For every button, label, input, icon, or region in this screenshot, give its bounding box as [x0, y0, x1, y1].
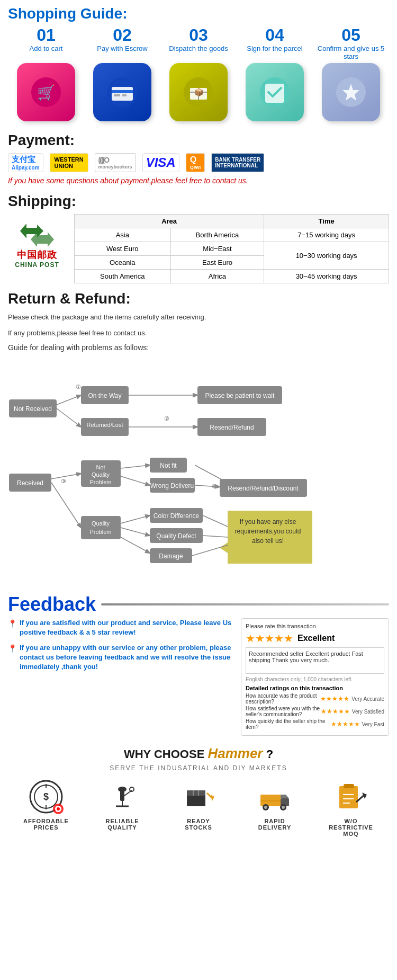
moq-label: W/ORESTRICTIVEMOQ: [329, 818, 373, 837]
step-1: 01 Add to cart: [12, 26, 80, 52]
flow-title: Guide for dealing with problems as follo…: [8, 343, 389, 352]
payment-note: If you have some questions about payment…: [8, 176, 389, 185]
svg-text:Quality: Quality: [92, 471, 110, 478]
feedback-positive-item: 📍 If you are satisfied with our product …: [8, 618, 234, 637]
svg-text:Returned/Lost: Returned/Lost: [86, 422, 123, 428]
svg-text:Problem: Problem: [90, 479, 112, 485]
svg-text:On the Way: On the Way: [88, 392, 122, 399]
svg-text:🛒: 🛒: [37, 84, 56, 101]
svg-point-94: [264, 806, 267, 809]
shipping-title: Shipping:: [8, 193, 389, 210]
svg-point-77: [57, 807, 60, 810]
svg-line-62: [195, 465, 230, 484]
svg-text:$: $: [43, 791, 48, 802]
feedback-left-col: 📍 If you are satisfied with our product …: [8, 618, 234, 736]
svg-text:Color Difference: Color Difference: [154, 512, 200, 520]
feedback-content: 📍 If you are satisfied with our product …: [8, 618, 389, 736]
pin-icon-negative: 📍: [8, 644, 17, 653]
svg-text:requirements,you could: requirements,you could: [235, 528, 301, 535]
svg-line-55: [57, 408, 81, 427]
rating-row-2: How satisfied were you with the seller's…: [246, 706, 384, 717]
svg-text:Wrong Deliveru: Wrong Deliveru: [150, 482, 194, 489]
bank-transfer-logo: BANK TRANSFER INTERNATIONAL: [211, 153, 264, 172]
alipay-logo: 支付宝 Alipay.com: [8, 153, 43, 172]
ready-icon: [180, 778, 217, 815]
china-post-text: 中国邮政 CHINA POST: [15, 248, 59, 269]
rate-prompt: Please rate this transaction.: [246, 623, 384, 629]
step-5-icon: [322, 63, 380, 121]
svg-rect-85: [187, 790, 205, 796]
svg-line-54: [57, 395, 81, 405]
svg-rect-98: [339, 786, 358, 808]
feedback-negative-item: 📍 If you are unhappy with our service or…: [8, 643, 234, 672]
refund-title: Return & Refund:: [8, 290, 389, 307]
step-4-icon: [246, 63, 304, 121]
feedback-title: Feedback: [8, 593, 389, 616]
svg-text:Please be patient to wait: Please be patient to wait: [205, 392, 275, 399]
affordable-icon: $: [28, 778, 65, 815]
svg-point-79: [118, 787, 127, 792]
svg-text:📦: 📦: [194, 88, 204, 97]
rapid-label: RAPIDDELIVERY: [258, 818, 292, 831]
step-5: 05 Confirm and give us 5 stars: [317, 26, 385, 60]
refund-text2: If any problems,please feel free to cont…: [8, 327, 389, 339]
svg-text:Damage: Damage: [159, 553, 183, 560]
step-1-icon: 🛒: [17, 63, 75, 121]
rapid-icon: [256, 778, 293, 815]
svg-line-60: [121, 465, 150, 468]
svg-text:Resend/Refund: Resend/Refund: [210, 424, 254, 431]
svg-line-65: [121, 528, 150, 536]
payment-section: Payment: 支付宝 Alipay.com WESTERN UNION ((…: [0, 129, 397, 190]
area-header: Area: [75, 215, 264, 228]
svg-rect-3: [112, 87, 133, 101]
shopping-guide-title: Shopping Guide:: [8, 5, 389, 22]
moneybookers-logo: ((((O moneybookers: [95, 153, 136, 172]
why-choose-title: WHY CHOOSE Hammer ?: [8, 745, 389, 762]
svg-line-68: [203, 536, 228, 537]
table-row: Asia Borth America 7−15 working days: [75, 228, 389, 242]
svg-point-96: [282, 806, 285, 809]
why-subtitle: SERVE THE INDUSATRIAL AND DIY MARKETS: [8, 764, 389, 772]
refund-text1: Please check the package and the items c…: [8, 311, 389, 323]
step-icons-row: 🛒 📦: [8, 63, 389, 121]
svg-line-58: [51, 474, 81, 479]
svg-line-61: [121, 476, 150, 485]
pin-icon-positive: 📍: [8, 619, 17, 628]
svg-text:Not fit: Not fit: [160, 462, 177, 469]
why-rapid: RAPIDDELIVERY: [243, 778, 306, 831]
steps-numbers-row: 01 Add to cart 02 Pay with Escrow 03 Dis…: [8, 26, 389, 60]
svg-text:①: ①: [76, 384, 81, 390]
svg-line-64: [121, 515, 150, 523]
reliable-label: RELIABLEQUALITY: [106, 818, 139, 831]
svg-line-66: [121, 537, 150, 553]
shipping-section: Shipping: 中国邮政 CHINA POST Area Time: [0, 190, 397, 286]
time-header: Time: [264, 215, 389, 228]
qiwi-logo: Q QIWI: [186, 153, 205, 172]
svg-text:Quality: Quality: [92, 520, 110, 527]
svg-line-69: [192, 545, 228, 556]
svg-text:Received: Received: [17, 479, 43, 487]
feedback-positive-text: If you are satisfied with our product an…: [20, 618, 234, 637]
shopping-guide-section: Shopping Guide: 01 Add to cart 02 Pay wi…: [0, 0, 397, 129]
affordable-label: AFFORDABLEPRICES: [23, 818, 69, 831]
why-ready: READYSTOCKS: [167, 778, 230, 831]
svg-text:also tell us!: also tell us!: [252, 537, 284, 545]
svg-rect-99: [344, 784, 354, 788]
feedback-section: Feedback 📍 If you are satisfied with our…: [0, 589, 397, 740]
excellent-label: Excellent: [297, 634, 335, 643]
feedback-negative-text: If you are unhappy with our service or a…: [20, 643, 234, 672]
step-3-icon: 📦: [169, 63, 228, 121]
svg-rect-6: [122, 94, 127, 96]
shipping-content: 中国邮政 CHINA POST Area Time Asia Borth Ame…: [8, 214, 389, 283]
refund-section: Return & Refund: Please check the packag…: [0, 286, 397, 589]
svg-line-59: [51, 483, 81, 528]
svg-text:If you have any else: If you have any else: [240, 518, 296, 525]
reliable-icon: [104, 778, 141, 815]
flow-chart: Not Received On the Way ① Please be pati…: [8, 357, 389, 585]
svg-text:Not: Not: [96, 464, 105, 470]
rating-row-3: How quickly did the seller ship the item…: [246, 718, 384, 730]
china-post-logo: 中国邮政 CHINA POST: [8, 214, 66, 269]
why-affordable: $ AFFORDABLEPRICES: [14, 778, 78, 831]
step-2-icon: [93, 63, 151, 121]
rating-row-1: How accurate was the product description…: [246, 693, 384, 705]
